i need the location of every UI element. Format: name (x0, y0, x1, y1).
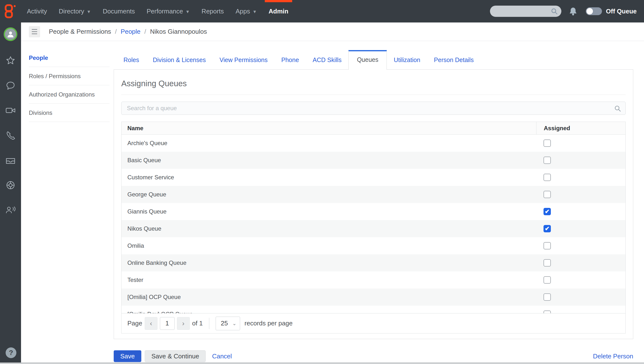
genesys-logo (0, 0, 21, 22)
tab[interactable]: Utilization (387, 52, 427, 70)
table-row: Tester (122, 272, 625, 288)
table-row: Online Banking Queue (122, 254, 625, 272)
queue-name: [Omilia] OCP Queue (122, 294, 536, 300)
breadcrumb-separator: / (115, 28, 117, 36)
breadcrumb-separator: / (145, 28, 146, 36)
tab[interactable]: ACD Skills (306, 52, 349, 70)
assigned-cell (536, 225, 625, 232)
assigned-checkbox[interactable] (543, 191, 551, 198)
top-nav-item[interactable]: Activity ▼ (21, 0, 53, 22)
breadcrumb-item[interactable]: People (121, 28, 141, 36)
queue-name: Tester (122, 276, 536, 284)
table-row: Giannis Queue (122, 203, 625, 220)
top-navigation: Activity ▼ Directory ▼ Documents ▼ Perfo… (21, 0, 294, 22)
assigned-cell (536, 294, 625, 301)
breadcrumb-item[interactable]: People & Permissions (49, 28, 111, 36)
search-icon (551, 8, 558, 16)
assigned-checkbox[interactable] (543, 140, 551, 147)
off-queue-label: Off Queue (606, 8, 637, 15)
table-row: Basic Queue (122, 152, 625, 169)
help-icon[interactable]: ? (6, 348, 16, 358)
delete-person-link[interactable]: Delete Person (593, 352, 633, 360)
assigned-cell (536, 259, 625, 266)
previous-page-button[interactable]: ‹ (145, 317, 157, 330)
assigned-checkbox[interactable] (543, 310, 551, 313)
queue-name: Giannis Queue (122, 208, 536, 215)
assigned-cell (536, 156, 625, 164)
queue-status-toggle[interactable] (586, 7, 602, 15)
assigned-checkbox[interactable] (543, 225, 551, 232)
top-nav-item[interactable]: Directory ▼ (53, 0, 97, 22)
cancel-link[interactable]: Cancel (212, 352, 232, 360)
inbox-icon[interactable] (5, 155, 16, 166)
side-menu-item[interactable]: Authorized Organizations (29, 85, 110, 104)
top-nav-item[interactable]: Admin ▼ (263, 0, 294, 22)
queue-search (121, 102, 626, 115)
assigned-checkbox[interactable] (543, 242, 551, 250)
save-and-continue-button[interactable]: Save & Continue (145, 350, 206, 362)
table-row: [Omilia Dev] OCP Queue (122, 306, 625, 313)
side-menu-item[interactable]: Divisions (29, 104, 110, 122)
chevron-down-icon: ▼ (252, 9, 257, 14)
save-button[interactable]: Save (114, 350, 141, 362)
bottom-strip (0, 362, 644, 364)
column-header-assigned: Assigned (536, 122, 625, 134)
top-nav-item[interactable]: Reports ▼ (196, 0, 230, 22)
assigned-checkbox[interactable] (543, 174, 551, 181)
table-row: Nikos Queue (122, 220, 625, 237)
table-row: [Omilia] OCP Queue (122, 288, 625, 306)
hub-icon[interactable] (5, 180, 16, 190)
next-page-button[interactable]: › (177, 317, 190, 330)
global-search (490, 6, 561, 17)
table-body: Archie's Queue Basic Queue (122, 134, 625, 313)
tab[interactable]: Person Details (427, 52, 481, 70)
rail-icon-list (0, 55, 21, 216)
breadcrumb-item[interactable]: Nikos Giannopoulos (150, 28, 207, 36)
assigned-checkbox[interactable] (543, 156, 551, 164)
queues-table: Name Assigned Archie's Queue Basic Q (121, 122, 626, 334)
page-size-value: 25 (221, 320, 228, 327)
toggle-knob (586, 8, 593, 14)
tab[interactable]: Phone (274, 52, 306, 70)
side-menu-item[interactable]: Roles / Permissions (29, 67, 110, 85)
chevron-down-icon: ▼ (186, 9, 190, 14)
pagination-bar: Page ‹ › of 1 25 ⌄ records per page (122, 313, 625, 333)
admin-side-menu: People Roles / Permissions Authorized Or… (29, 48, 110, 122)
assigned-checkbox[interactable] (543, 276, 551, 284)
tab[interactable]: Roles (117, 52, 146, 70)
top-nav-item[interactable]: Performance ▼ (141, 0, 196, 22)
queue-name: Customer Service (122, 174, 536, 181)
queue-name: Basic Queue (122, 157, 536, 164)
queues-panel: Assigning Queues Name Assigned (114, 70, 633, 339)
tab[interactable]: Division & Licenses (146, 52, 213, 70)
table-header: Name Assigned (122, 122, 625, 134)
notifications-bell-icon[interactable] (569, 6, 577, 16)
assigned-cell (536, 276, 625, 284)
queue-name: Online Banking Queue (122, 260, 536, 266)
video-icon[interactable] (5, 105, 16, 116)
top-nav-item[interactable]: Documents ▼ (97, 0, 141, 22)
tab[interactable]: View Permissions (213, 52, 274, 70)
top-nav-item[interactable]: Apps ▼ (230, 0, 263, 22)
phone-icon[interactable] (5, 130, 16, 141)
side-menu-item[interactable]: People (29, 48, 110, 67)
queue-search-input[interactable] (121, 102, 626, 115)
assigned-checkbox[interactable] (543, 208, 551, 215)
table-row: Archie's Queue (122, 134, 625, 152)
queue-name: Omilia (122, 242, 536, 249)
pager-divider (209, 318, 209, 329)
top-bar: Activity ▼ Directory ▼ Documents ▼ Perfo… (0, 0, 644, 22)
queue-name: Nikos Queue (122, 225, 536, 232)
assigned-cell (536, 191, 625, 198)
tab[interactable]: Queues (349, 50, 387, 70)
current-page-input[interactable] (160, 317, 175, 330)
favorites-star-icon[interactable] (5, 55, 16, 66)
user-avatar[interactable] (4, 27, 17, 41)
assigned-checkbox[interactable] (543, 259, 551, 266)
agent-voice-icon[interactable] (5, 205, 16, 216)
chat-icon[interactable] (5, 80, 16, 91)
assigned-checkbox[interactable] (543, 294, 551, 301)
table-row: Omilia (122, 237, 625, 254)
page-size-select[interactable]: 25 ⌄ (216, 316, 240, 330)
menu-hamburger-icon[interactable] (29, 26, 40, 38)
